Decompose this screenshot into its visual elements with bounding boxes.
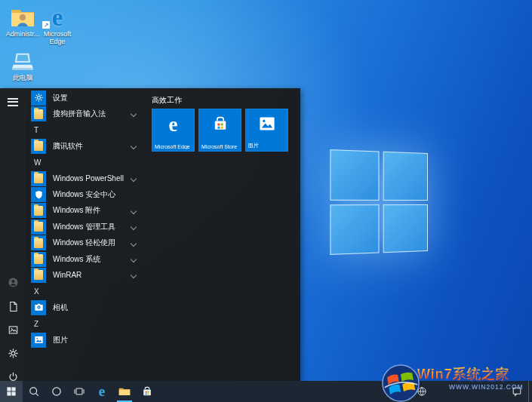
task-view-button[interactable] <box>68 381 91 402</box>
cortana-circle-icon <box>51 385 63 397</box>
action-center-icon <box>511 385 523 397</box>
desktop-icon-label: Administr... <box>5 30 41 38</box>
section-letter-t[interactable]: T <box>26 122 145 138</box>
app-item-winrar[interactable]: WinRAR <box>26 267 145 283</box>
taskbar-microsoft-edge[interactable]: e <box>91 381 113 402</box>
shortcut-arrow-icon: ↗ <box>42 21 50 29</box>
folder-icon <box>31 268 46 283</box>
search-button[interactable] <box>23 381 45 402</box>
tile-microsoft-store[interactable]: Microsoft Store <box>198 109 241 152</box>
taskbar-microsoft-store[interactable] <box>136 381 158 402</box>
wallpaper-logo-pane <box>383 152 428 201</box>
camera-icon <box>31 300 46 315</box>
desktop-icon-label: 此电脑 <box>5 74 41 81</box>
desktop-icon-label: Microsoft Edge <box>39 30 75 45</box>
folder-icon <box>31 219 46 235</box>
edge-icon: e <box>99 383 105 400</box>
folder-icon <box>31 171 46 186</box>
chevron-down-icon[interactable] <box>131 256 137 262</box>
app-item-windows-powershell[interactable]: Windows PowerShell <box>26 170 145 186</box>
desktop-icon-this-pc[interactable]: 此电脑 <box>5 48 41 81</box>
show-desktop-button[interactable] <box>528 381 532 402</box>
tile-photos[interactable]: 图片 <box>245 109 288 152</box>
tile-microsoft-edge[interactable]: e Microsoft Edge <box>152 109 195 152</box>
app-label: Windows 管理工具 <box>53 222 115 232</box>
section-letter-x[interactable]: X <box>26 284 145 299</box>
app-item-windows-admin-tools[interactable]: Windows 管理工具 <box>26 219 145 235</box>
windows-wallpaper-logo <box>330 149 428 255</box>
wallpaper-logo-pane <box>383 204 428 253</box>
edge-icon: e <box>152 115 195 135</box>
app-label: 图片 <box>53 335 68 345</box>
app-item-settings[interactable]: 设置 <box>26 90 145 106</box>
gear-icon <box>31 91 46 106</box>
tile-label: 图片 <box>248 142 287 149</box>
settings-gear-icon[interactable] <box>0 343 26 363</box>
edge-icon: e ↗ <box>39 5 75 29</box>
wallpaper-logo-pane <box>330 149 379 200</box>
chevron-down-icon[interactable] <box>131 207 137 213</box>
folder-icon <box>31 139 46 154</box>
app-label: Windows 轻松使用 <box>53 238 115 248</box>
app-label: 设置 <box>53 93 68 103</box>
app-label: 相机 <box>53 302 68 313</box>
desktop: Administr... e ↗ Microsoft Edge 此电脑 <box>0 0 532 402</box>
chevron-down-icon[interactable] <box>131 176 137 182</box>
start-app-list: 设置 搜狗拼音输入法 T 腾讯软件 W Windows PowerShell <box>26 90 145 348</box>
start-menu: 设置 搜狗拼音输入法 T 腾讯软件 W Windows PowerShell <box>0 88 300 381</box>
folder-icon <box>31 106 46 121</box>
app-item-camera[interactable]: 相机 <box>26 299 145 315</box>
taskbar: e <box>0 381 532 402</box>
documents-icon[interactable] <box>0 296 26 316</box>
app-item-tencent-software[interactable]: 腾讯软件 <box>26 138 145 154</box>
task-view-icon <box>73 385 85 397</box>
photo-icon <box>245 115 288 133</box>
computer-icon <box>5 48 41 72</box>
tile-label: Microsoft Store <box>201 144 240 149</box>
app-item-windows-ease-of-access[interactable]: Windows 轻松使用 <box>26 235 145 251</box>
clock-area-obscured[interactable] <box>433 381 506 402</box>
app-label: Windows 附件 <box>53 205 100 216</box>
section-letter-w[interactable]: W <box>26 155 145 170</box>
app-label: Windows 安全中心 <box>53 189 115 200</box>
app-label: 搜狗拼音输入法 <box>53 109 106 119</box>
desktop-icon-administrator[interactable]: Administr... <box>5 5 41 38</box>
app-item-windows-accessories[interactable]: Windows 附件 <box>26 203 145 219</box>
chevron-down-icon[interactable] <box>131 143 137 149</box>
folder-icon <box>31 252 46 267</box>
app-label: 腾讯软件 <box>53 141 83 152</box>
chevron-down-icon[interactable] <box>131 240 137 246</box>
app-item-windows-security[interactable]: Windows 安全中心 <box>26 186 145 202</box>
start-button[interactable] <box>0 381 23 402</box>
taskbar-file-explorer[interactable] <box>113 381 136 402</box>
app-label: Windows 系统 <box>53 254 100 265</box>
menu-icon[interactable] <box>0 92 26 112</box>
app-label: Windows PowerShell <box>53 174 124 183</box>
cortana-button[interactable] <box>45 381 68 402</box>
desktop-icon-microsoft-edge[interactable]: e ↗ Microsoft Edge <box>39 5 75 45</box>
pictures-icon[interactable] <box>0 320 26 339</box>
search-icon <box>28 385 40 397</box>
section-letter-z[interactable]: Z <box>26 315 145 331</box>
network-globe-icon[interactable] <box>411 381 433 402</box>
app-item-photos[interactable]: 图片 <box>26 332 145 348</box>
start-tiles-panel: 高效工作 e Microsoft Edge Microsoft Store 图片 <box>147 88 300 381</box>
chevron-down-icon[interactable] <box>131 272 137 278</box>
action-center-button[interactable] <box>506 381 528 402</box>
folder-icon <box>31 235 46 250</box>
app-item-sogou-pinyin[interactable]: 搜狗拼音输入法 <box>26 106 145 121</box>
store-bag-icon <box>141 385 153 397</box>
shield-icon <box>31 187 46 202</box>
chevron-down-icon[interactable] <box>131 111 137 117</box>
chevron-down-icon[interactable] <box>131 224 137 230</box>
tile-label: Microsoft Edge <box>155 144 193 149</box>
app-label: WinRAR <box>53 271 81 279</box>
windows-logo-icon <box>5 385 17 397</box>
tile-group-header[interactable]: 高效工作 <box>152 95 182 106</box>
photo-icon <box>31 333 46 348</box>
wallpaper-logo-pane <box>330 204 379 255</box>
user-folder-icon <box>5 5 41 29</box>
app-item-windows-system[interactable]: Windows 系统 <box>26 251 145 267</box>
user-avatar-icon[interactable] <box>0 272 26 292</box>
store-bag-icon <box>198 115 241 133</box>
